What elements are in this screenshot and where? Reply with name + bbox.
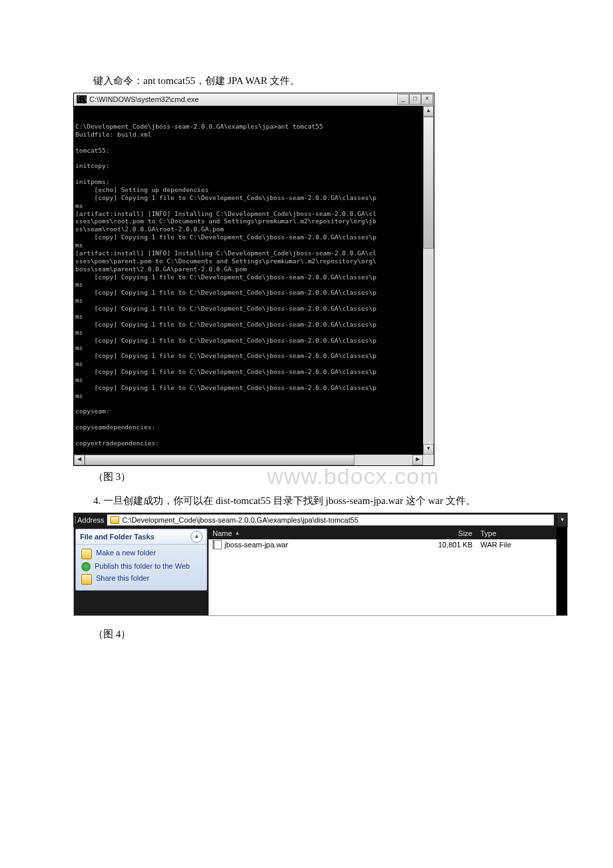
share-icon xyxy=(81,574,92,585)
cmd-output: C:\Development_Code\jboss-seam-2.0.0.GA\… xyxy=(74,112,423,448)
figure-3-caption: （图 3） xyxy=(73,469,540,485)
figure-4-caption: （图 4） xyxy=(73,627,540,642)
column-size-label[interactable]: Size xyxy=(392,529,478,537)
cmd-vertical-scrollbar[interactable]: ▲ ▼ xyxy=(423,106,434,455)
task-label: Publish this folder to the Web xyxy=(95,562,190,571)
cmd-window: C:\ C:\WINDOWS\system32\cmd.exe _ □ × C:… xyxy=(73,93,434,466)
explorer-address-bar: Address C:\Development_Code\jboss-seam-2… xyxy=(73,513,568,527)
cmd-icon: C:\ xyxy=(77,95,87,103)
tasks-panel-header[interactable]: File and Folder Tasks ▲ xyxy=(76,529,207,545)
sort-asc-icon: ▲ xyxy=(235,530,240,536)
file-row[interactable]: jboss-seam-jpa.war 10,801 KB WAR File xyxy=(209,539,556,550)
collapse-icon[interactable]: ▲ xyxy=(191,531,203,543)
file-size: 10,801 KB xyxy=(392,541,478,549)
intro-paragraph: 键入命令：ant tomcat55，创建 JPA WAR 文件。 xyxy=(73,73,540,89)
explorer-column-header[interactable]: Name ▲ Size Type xyxy=(209,527,556,539)
task-publish-folder[interactable]: Publish this folder to the Web xyxy=(81,561,201,573)
address-label: Address xyxy=(75,516,104,524)
folder-icon xyxy=(110,516,119,524)
task-label: Make a new folder xyxy=(96,549,156,557)
task-label: Share this folder xyxy=(96,574,149,583)
file-type: WAR File xyxy=(478,541,556,549)
explorer-sidebar: File and Folder Tasks ▲ Make a new folde… xyxy=(74,527,209,615)
step-4-paragraph: 4. 一旦创建成功，你可以在 dist-tomcat55 目录下找到 jboss… xyxy=(73,493,540,509)
explorer-scroll-gutter xyxy=(556,527,567,615)
explorer-file-pane: Name ▲ Size Type jboss-seam-jpa.war 10,8… xyxy=(209,527,556,615)
scroll-up-arrow[interactable]: ▲ xyxy=(423,106,434,117)
scroll-down-arrow[interactable]: ▼ xyxy=(423,444,434,455)
minimize-button[interactable]: _ xyxy=(397,94,409,105)
column-name-label[interactable]: Name xyxy=(213,529,232,537)
task-share-folder[interactable]: Share this folder xyxy=(81,573,201,586)
close-button[interactable]: × xyxy=(421,94,433,105)
cmd-titlebar[interactable]: C:\ C:\WINDOWS\system32\cmd.exe _ □ × xyxy=(74,93,434,106)
cmd-title: C:\WINDOWS\system32\cmd.exe xyxy=(89,95,397,103)
new-folder-icon xyxy=(81,549,92,559)
column-type-label[interactable]: Type xyxy=(478,529,556,537)
file-name: jboss-seam-jpa.war xyxy=(225,541,288,549)
address-path: C:\Development_Code\jboss-seam-2.0.0.GA\… xyxy=(122,516,358,524)
tasks-panel: File and Folder Tasks ▲ Make a new folde… xyxy=(75,529,207,591)
publish-icon xyxy=(81,562,91,571)
scroll-thumb-vertical[interactable] xyxy=(423,117,434,249)
address-dropdown-button[interactable]: ▼ xyxy=(557,514,568,526)
maximize-button[interactable]: □ xyxy=(409,94,421,105)
task-new-folder[interactable]: Make a new folder xyxy=(81,547,201,561)
war-file-icon xyxy=(213,540,222,549)
address-input[interactable]: C:\Development_Code\jboss-seam-2.0.0.GA\… xyxy=(107,514,554,526)
explorer-window: Address C:\Development_Code\jboss-seam-2… xyxy=(73,513,568,616)
scroll-left-arrow[interactable]: ◀ xyxy=(74,455,85,465)
tasks-panel-title: File and Folder Tasks xyxy=(80,533,155,541)
